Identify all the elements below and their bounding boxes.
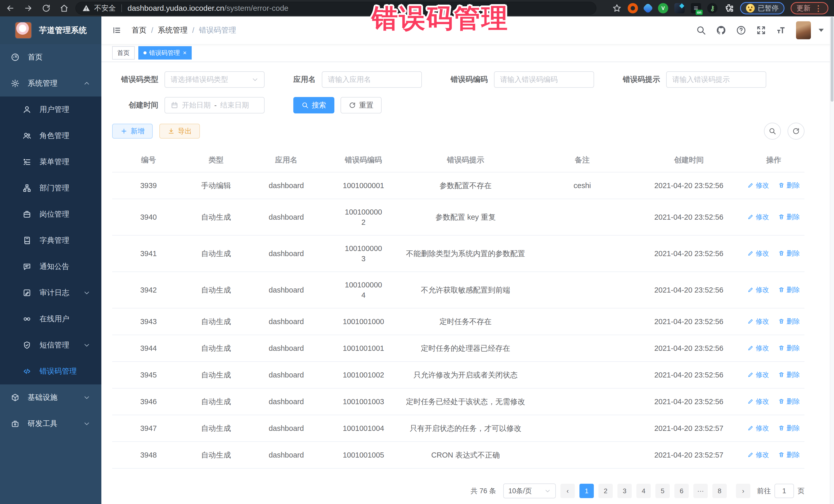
delete-link[interactable]: 删除	[778, 450, 800, 460]
page-ellipsis-button[interactable]: ···	[694, 484, 708, 498]
fullscreen-icon[interactable]	[756, 25, 766, 36]
sidebar-item-字典管理[interactable]: 字典管理	[0, 227, 101, 254]
page-button-2[interactable]: 2	[598, 484, 613, 498]
delete-link[interactable]: 删除	[778, 316, 800, 326]
prev-page-button[interactable]: ‹	[561, 484, 575, 498]
page-button-1[interactable]: 1	[579, 484, 594, 498]
page-button-5[interactable]: 5	[655, 484, 670, 498]
delete-link[interactable]: 删除	[778, 396, 800, 407]
reset-button[interactable]: 重置	[341, 97, 381, 113]
tag-首页[interactable]: 首页	[112, 46, 135, 60]
edit-link[interactable]: 修改	[748, 396, 769, 407]
page-button-3[interactable]: 3	[617, 484, 632, 498]
address-bar[interactable]: 不安全 dashboard.yudao.iocoder.cn/system/er…	[75, 2, 596, 15]
breadcrumb-home[interactable]: 首页	[132, 25, 147, 36]
sidebar-item-基础设施[interactable]: 基础设施	[0, 385, 101, 411]
delete-link[interactable]: 删除	[778, 370, 800, 380]
extension-icon[interactable]: ⚷	[707, 3, 718, 13]
extensions-puzzle-icon[interactable]	[724, 3, 734, 13]
error-code-input[interactable]: 请输入错误码编码	[494, 71, 594, 88]
search-button[interactable]: 搜索	[293, 97, 334, 113]
plus-icon	[120, 128, 128, 135]
sidebar-item-部门管理[interactable]: 部门管理	[0, 175, 101, 201]
sidebar-item-短信管理[interactable]: 短信管理	[0, 332, 101, 358]
page-size-select[interactable]: 10条/页	[503, 483, 556, 498]
sidebar-item-通知公告[interactable]: 通知公告	[0, 254, 101, 280]
extension-icon[interactable]	[642, 3, 653, 14]
font-size-icon[interactable]	[776, 25, 786, 36]
delete-link[interactable]: 删除	[778, 285, 800, 295]
edit-link[interactable]: 修改	[748, 316, 769, 326]
date-range-input[interactable]: 开始日期 - 结束日期	[164, 97, 265, 113]
breadcrumb-system[interactable]: 系统管理	[158, 25, 188, 36]
header-search-icon[interactable]	[696, 25, 706, 36]
home-icon[interactable]	[60, 4, 69, 13]
sidebar-item-错误码管理[interactable]: 错误码管理	[0, 358, 101, 385]
dashboard-icon	[11, 53, 20, 62]
edit-link[interactable]: 修改	[748, 285, 769, 295]
logo-row[interactable]: 芋道管理系统	[0, 17, 101, 44]
add-button[interactable]: 新增	[112, 124, 153, 138]
bookmark-star-icon[interactable]	[612, 4, 621, 13]
delete-link[interactable]: 删除	[778, 212, 800, 222]
sidebar-item-用户管理[interactable]: 用户管理	[0, 96, 101, 123]
edit-link[interactable]: 修改	[748, 450, 769, 460]
github-icon[interactable]	[716, 25, 726, 36]
app-name-input[interactable]: 请输入应用名	[322, 71, 422, 88]
help-icon[interactable]	[736, 25, 746, 36]
sidebar-item-首页[interactable]: 首页	[0, 44, 101, 70]
edit-link[interactable]: 修改	[748, 370, 769, 380]
table-row: 3947 自动生成 dashboard 1001001004 只有开启状态的任务…	[112, 415, 805, 442]
edit-link[interactable]: 修改	[748, 212, 769, 222]
filter-time-label: 创建时间	[112, 100, 158, 110]
refresh-table-button[interactable]	[788, 123, 805, 139]
back-icon[interactable]	[6, 4, 15, 13]
edit-link[interactable]: 修改	[748, 180, 769, 191]
table-row: 3942 自动生成 dashboard 100100000 4 不允许获取敏感配…	[112, 272, 805, 308]
error-type-select[interactable]: 请选择错误码类型	[164, 71, 265, 88]
sidebar-item-岗位管理[interactable]: 岗位管理	[0, 201, 101, 227]
hamburger-icon[interactable]	[112, 26, 122, 35]
sidebar-item-研发工具[interactable]: 研发工具	[0, 411, 101, 437]
trash-icon	[778, 372, 785, 378]
delete-link[interactable]: 删除	[778, 248, 800, 258]
page-button-4[interactable]: 4	[636, 484, 651, 498]
toggle-search-button[interactable]	[764, 123, 781, 139]
not-secure-icon	[82, 4, 90, 12]
extension-icon[interactable]: on	[691, 3, 701, 13]
edit-link[interactable]: 修改	[748, 343, 769, 353]
sidebar-item-审计日志[interactable]: 审计日志	[0, 280, 101, 306]
table-row: 3941 自动生成 dashboard 100100000 3 不能删除类型为系…	[112, 235, 805, 272]
audit-log-icon	[23, 288, 31, 297]
user-avatar[interactable]	[796, 21, 811, 39]
update-button[interactable]: 更新⋮	[791, 2, 828, 14]
page-button-6[interactable]: 6	[674, 484, 689, 498]
reload-icon[interactable]	[42, 4, 51, 13]
extension-icon[interactable]: V	[658, 3, 668, 13]
forward-icon[interactable]	[24, 4, 33, 13]
extension-icon[interactable]	[628, 3, 638, 13]
extension-icon[interactable]	[674, 3, 685, 13]
edit-link[interactable]: 修改	[748, 423, 769, 433]
edit-link[interactable]: 修改	[748, 248, 769, 258]
sidebar-item-系统管理[interactable]: 系统管理	[0, 70, 101, 96]
delete-link[interactable]: 删除	[778, 423, 800, 433]
chevron-down-icon	[83, 289, 90, 296]
paused-badge[interactable]: 已暂停	[740, 2, 785, 14]
error-hint-input[interactable]: 请输入错误码提示	[666, 71, 766, 88]
goto-page-input[interactable]: 1	[774, 484, 794, 498]
next-page-button[interactable]: ›	[736, 484, 750, 498]
sidebar-item-角色管理[interactable]: 角色管理	[0, 123, 101, 149]
window-scrollbar[interactable]	[830, 17, 834, 504]
export-button[interactable]: 导出	[159, 124, 200, 138]
tag-close-icon[interactable]: ×	[183, 49, 186, 57]
delete-link[interactable]: 删除	[778, 343, 800, 353]
sidebar-item-菜单管理[interactable]: 菜单管理	[0, 149, 101, 175]
avatar-caret-icon[interactable]	[819, 29, 824, 32]
sidebar-item-在线用户[interactable]: 在线用户	[0, 306, 101, 332]
page-button-8[interactable]: 8	[712, 484, 727, 498]
delete-link[interactable]: 删除	[778, 180, 800, 191]
tag-错误码管理[interactable]: 错误码管理×	[138, 46, 192, 60]
users-icon	[23, 131, 31, 140]
scrollbar-thumb[interactable]	[831, 17, 833, 102]
